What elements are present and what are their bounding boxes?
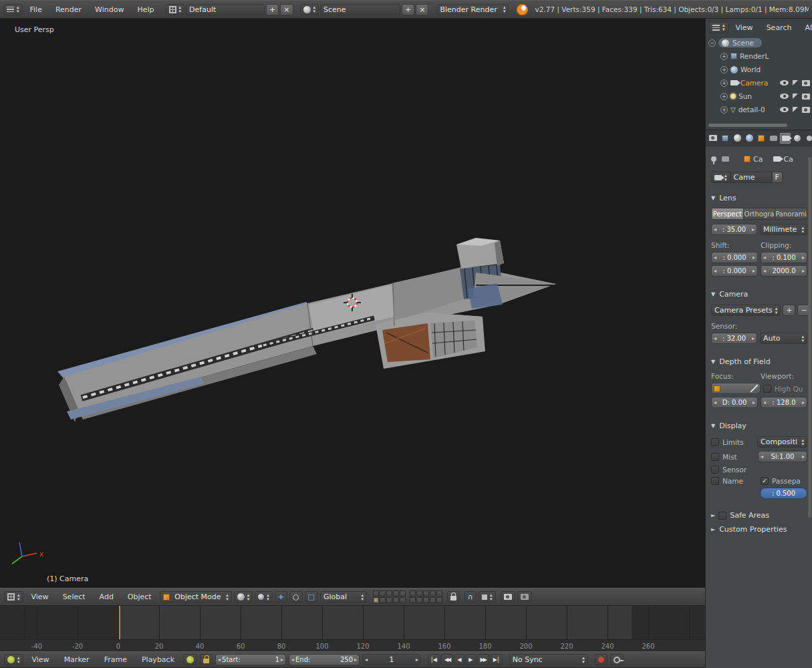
close-scene-button[interactable]: × xyxy=(416,4,428,15)
increment-arrow-icon[interactable]: ▸ xyxy=(802,255,805,261)
sensor-checkbox[interactable]: Sensor xyxy=(711,466,758,474)
render-opengl-button[interactable] xyxy=(501,591,515,603)
timeline-ruler[interactable]: -40 -20 0 20 40 60 80 100 120 140 160 18… xyxy=(0,639,705,651)
selectability-cursor-icon[interactable] xyxy=(793,94,798,99)
selectability-cursor-icon[interactable] xyxy=(793,80,798,86)
menu-select[interactable]: Select xyxy=(57,591,92,603)
editor-type-button[interactable] xyxy=(4,654,23,665)
manipulator-translate-button[interactable]: + xyxy=(275,591,287,603)
passepartout-checkbox[interactable]: ✓ Passepa xyxy=(761,477,807,485)
menu-view[interactable]: View xyxy=(730,21,759,34)
layer-cell[interactable] xyxy=(436,597,442,603)
panel-header-lens[interactable]: ▼ Lens xyxy=(711,194,807,202)
scene-selector[interactable] xyxy=(300,4,319,15)
checkbox[interactable] xyxy=(711,466,719,474)
outliner-row-detail0[interactable]: + ▽ detail-0 xyxy=(706,103,812,116)
pin-icon[interactable] xyxy=(711,156,716,162)
visibility-eye-icon[interactable] xyxy=(780,94,789,99)
tab-world[interactable] xyxy=(744,133,755,144)
dof-distance-field[interactable]: ◂ D: 0.00 ▸ xyxy=(711,397,758,408)
lock-time-button[interactable] xyxy=(200,654,213,665)
jump-next-keyframe-button[interactable]: ▶▶ xyxy=(477,654,489,665)
name-checkbox[interactable]: Name xyxy=(711,477,758,485)
jump-to-start-button[interactable]: |◀ xyxy=(428,654,440,665)
menu-file[interactable]: File xyxy=(24,3,48,16)
outliner-row-scene[interactable]: − Scene xyxy=(706,36,812,49)
layer-cell[interactable] xyxy=(373,591,379,597)
scene-name-field[interactable]: Scene xyxy=(320,4,400,15)
tab-particles[interactable] xyxy=(804,133,812,144)
layer-grid-left[interactable] xyxy=(373,591,406,603)
high-quality-checkbox[interactable]: High Qu xyxy=(763,385,807,393)
draw-size-field[interactable]: ◂ Si:1.00 ▸ xyxy=(758,451,807,462)
increment-arrow-icon[interactable]: ▸ xyxy=(753,255,755,261)
sync-mode-dropdown[interactable]: No Sync xyxy=(509,654,588,665)
layer-cell-active[interactable] xyxy=(373,597,379,603)
shift-y-field[interactable]: ◂ : 0.000 ▸ xyxy=(711,265,758,277)
increment-arrow-icon[interactable]: ▸ xyxy=(281,657,283,663)
layer-cell[interactable] xyxy=(416,591,422,597)
outliner-row-sun[interactable]: + Sun xyxy=(706,90,812,103)
outliner-row-camera[interactable]: + Camera xyxy=(706,76,812,90)
layer-cell[interactable] xyxy=(436,591,442,597)
increment-arrow-icon[interactable]: ▸ xyxy=(752,227,755,232)
menu-add[interactable]: Add xyxy=(94,591,120,603)
pivot-point-dropdown[interactable] xyxy=(255,591,273,603)
visibility-eye-icon[interactable] xyxy=(780,107,789,112)
lock-to-scene-button[interactable] xyxy=(447,591,460,603)
jump-to-end-button[interactable]: ▶| xyxy=(490,654,503,665)
expand-icon[interactable]: + xyxy=(720,79,728,87)
timeline-strip[interactable]: -40 -20 0 20 40 60 80 100 120 140 160 18… xyxy=(0,606,705,651)
panel-header-display[interactable]: ▼ Display xyxy=(711,422,807,430)
layer-cell[interactable] xyxy=(400,591,406,597)
add-scene-button[interactable]: + xyxy=(402,4,414,15)
id-name-field[interactable]: Came xyxy=(730,172,772,183)
node-icon[interactable] xyxy=(722,156,729,162)
play-button[interactable]: ▶ xyxy=(465,654,476,665)
layer-cell[interactable] xyxy=(423,597,429,603)
increment-arrow-icon[interactable]: ▸ xyxy=(802,454,805,460)
sensor-width-field[interactable]: ◂ : 32.00 ▸ xyxy=(711,333,757,344)
clip-end-field[interactable]: ◂ 2000.0 ▸ xyxy=(761,265,807,277)
jump-prev-keyframe-button[interactable]: ◀◀ xyxy=(441,654,453,665)
layer-cell[interactable] xyxy=(410,597,416,603)
fake-user-button[interactable]: F xyxy=(772,172,783,183)
layer-cell[interactable] xyxy=(380,591,386,597)
breadcrumb-object[interactable]: Ca xyxy=(744,155,763,164)
increment-arrow-icon[interactable]: ▸ xyxy=(753,400,755,405)
panel-header-dof[interactable]: ▼ Depth of Field xyxy=(711,357,807,366)
shift-x-field[interactable]: ◂ : 0.000 ▸ xyxy=(711,252,758,263)
outliner-horizontal-scrollbar[interactable] xyxy=(708,124,787,127)
increment-arrow-icon[interactable]: ▸ xyxy=(802,400,805,405)
expand-icon[interactable]: + xyxy=(720,93,728,100)
tab-object[interactable] xyxy=(756,133,767,144)
editor-type-button[interactable] xyxy=(4,591,23,603)
outliner-row-world[interactable]: + World xyxy=(706,63,812,76)
add-layout-button[interactable]: + xyxy=(266,4,279,15)
lens-unit-dropdown[interactable]: Millimete xyxy=(760,224,807,235)
increment-arrow-icon[interactable]: ▸ xyxy=(753,269,755,274)
layer-cell[interactable] xyxy=(400,597,406,603)
visibility-eye-icon[interactable] xyxy=(780,80,789,86)
timeline-current-frame-marker[interactable] xyxy=(119,606,120,639)
add-preset-button[interactable]: + xyxy=(783,305,795,316)
layer-cell[interactable] xyxy=(393,597,399,603)
menu-object[interactable]: Object xyxy=(122,591,158,603)
render-engine-dropdown[interactable]: Blender Render xyxy=(436,4,509,15)
auto-keyframe-button[interactable] xyxy=(595,654,607,665)
passepartout-alpha-slider[interactable]: : 0.500 xyxy=(760,488,807,499)
layer-cell[interactable] xyxy=(410,591,416,597)
layout-name-field[interactable]: Default xyxy=(186,4,265,15)
focal-length-field[interactable]: ◂ : 35.00 ▸ xyxy=(711,224,757,235)
menu-window[interactable]: Window xyxy=(89,3,130,16)
3d-viewport[interactable]: User Persp x (1) Camera xyxy=(0,19,705,588)
selectability-cursor-icon[interactable] xyxy=(793,107,798,112)
option-perspective[interactable]: Perspect xyxy=(711,208,744,220)
layer-cell[interactable] xyxy=(430,591,436,597)
camera-data-browse-dropdown[interactable] xyxy=(711,172,730,183)
expand-icon[interactable]: + xyxy=(720,106,728,114)
snap-element-dropdown[interactable] xyxy=(479,591,496,603)
keying-set-button[interactable] xyxy=(610,654,624,665)
render-opengl-anim-button[interactable] xyxy=(517,591,532,603)
tab-scene[interactable] xyxy=(732,133,742,144)
